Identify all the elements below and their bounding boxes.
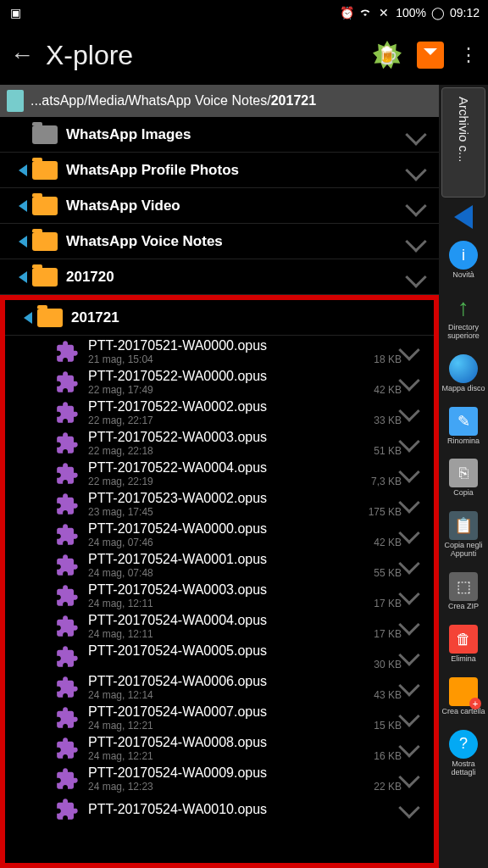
file-date: 24 mag, 12:21 [88, 750, 153, 762]
tool-label: Crea ZIP [448, 603, 479, 611]
file-date: 21 mag, 15:04 [88, 353, 153, 365]
file-row[interactable]: PTT-20170524-WA0008.opus24 mag, 12:2116 … [5, 732, 434, 763]
folder-row[interactable]: WhatsApp Voice Notes [0, 224, 439, 259]
file-name: PTT-20170524-WA0007.opus [88, 704, 427, 720]
file-name: PTT-20170524-WA0010.opus [88, 802, 427, 817]
file-name: PTT-20170524-WA0009.opus [88, 765, 427, 781]
file-size: 15 KB [374, 720, 402, 732]
file-name: PTT-20170522-WA0002.opus [88, 399, 427, 415]
opus-file-icon [56, 676, 80, 699]
status-bar: ▣ ⏰ ✕ 100% ◯ 09:12 [0, 0, 488, 25]
file-date: 24 mag, 12:23 [88, 781, 153, 793]
file-name: PTT-20170524-WA0006.opus [88, 674, 427, 689]
file-size: 16 KB [374, 750, 402, 762]
file-date: 23 mag, 17:45 [88, 506, 153, 518]
tool-label: Copia negli Appunti [441, 542, 486, 559]
tool-icon: ↑ [449, 293, 478, 322]
current-folder-row[interactable]: 201721 [5, 300, 434, 336]
tool-label: Directory superiore [441, 324, 486, 341]
tool-icon: ? [449, 730, 478, 759]
tool-label: Elimina [451, 655, 476, 664]
donate-icon[interactable]: 🍺 [373, 41, 402, 70]
tool-novità[interactable]: iNovità [439, 234, 488, 287]
file-row[interactable]: PTT-20170522-WA0003.opus22 mag, 22:1851 … [5, 427, 434, 458]
tool-mappa-disco[interactable]: Mappa disco [439, 348, 488, 400]
file-row[interactable]: PTT-20170524-WA0006.opus24 mag, 12:1443 … [5, 671, 434, 702]
folder-row[interactable]: WhatsApp Images [0, 117, 439, 153]
file-name: PTT-20170524-WA0005.opus [88, 643, 427, 659]
alarm-icon: ⏰ [340, 6, 353, 19]
tool-label: Rinomina [447, 437, 480, 446]
tool-label: Crea cartella [441, 708, 485, 716]
file-size: 33 KB [374, 415, 402, 426]
chevron-down-icon[interactable] [405, 195, 426, 216]
app-bar: ← X-plore 🍺 ⋮ [0, 25, 488, 85]
file-row[interactable]: PTT-20170523-WA0002.opus23 mag, 17:45175… [5, 488, 434, 519]
battery-icon: ◯ [431, 6, 445, 19]
file-row[interactable]: PTT-20170524-WA0010.opus [5, 793, 434, 824]
opus-file-icon [56, 370, 80, 394]
chevron-down-icon[interactable] [405, 124, 426, 145]
tree-expander-icon[interactable] [24, 312, 32, 324]
tool-icon: ⎘ [449, 459, 478, 487]
tool-label: Mappa disco [441, 385, 485, 393]
tab-label: Archivio c... [457, 97, 471, 163]
file-size: 175 KB [369, 506, 402, 518]
folder-row[interactable]: WhatsApp Profile Photos [0, 153, 439, 188]
file-row[interactable]: PTT-20170524-WA0000.opus24 mag, 07:4642 … [5, 519, 434, 549]
file-row[interactable]: PTT-20170524-WA0003.opus24 mag, 12:1117 … [5, 580, 434, 610]
tree-expander-icon[interactable] [19, 236, 27, 248]
breadcrumb[interactable]: ...atsApp/Media/WhatsApp Voice Notes/201… [0, 85, 439, 117]
chevron-down-icon[interactable] [405, 159, 426, 181]
file-row[interactable]: PTT-20170522-WA0004.opus22 mag, 22:197,3… [5, 458, 434, 488]
back-icon[interactable]: ← [10, 42, 34, 69]
folder-row[interactable]: WhatsApp Video [0, 188, 439, 224]
file-row[interactable]: PTT-20170522-WA0000.opus22 mag, 17:4942 … [5, 366, 434, 397]
tool-mostra-dettagli[interactable]: ?Mostra dettagli [439, 723, 488, 784]
bookmark-icon[interactable] [417, 42, 444, 69]
file-date: 24 mag, 07:48 [88, 567, 153, 579]
folder-icon [32, 197, 58, 215]
file-size: 55 KB [374, 567, 402, 579]
tool-crea-cartella[interactable]: Crea cartella [439, 670, 488, 723]
tool-directory-superiore[interactable]: ↑Directory superiore [439, 287, 488, 348]
chevron-down-icon[interactable] [405, 231, 426, 252]
tree-expander-icon[interactable] [19, 164, 27, 176]
file-row[interactable]: PTT-20170524-WA0004.opus24 mag, 12:1117 … [5, 610, 434, 641]
file-name: PTT-20170522-WA0003.opus [88, 430, 427, 445]
chevron-down-icon[interactable] [405, 266, 426, 287]
tool-crea-zip[interactable]: ⬚Crea ZIP [439, 565, 488, 618]
folder-name: 201720 [66, 269, 408, 286]
tree-expander-icon[interactable] [19, 200, 27, 212]
tool-icon: 📋 [449, 511, 478, 540]
tool-icon: ✎ [449, 407, 478, 436]
tool-elimina[interactable]: 🗑Elimina [439, 618, 488, 670]
tool-copia[interactable]: ⎘Copia [439, 452, 488, 504]
file-row[interactable]: PTT-20170522-WA0002.opus22 mag, 22:1733 … [5, 397, 434, 427]
file-date: 22 mag, 17:49 [88, 384, 153, 396]
file-row[interactable]: PTT-20170524-WA0005.opus30 KB [5, 641, 434, 671]
overflow-menu-icon[interactable]: ⋮ [459, 44, 478, 66]
file-size: 22 KB [374, 781, 402, 793]
opus-file-icon [56, 615, 80, 638]
file-size: 18 KB [374, 353, 402, 365]
file-size: 43 KB [374, 689, 402, 701]
tab-archive[interactable]: Archivio c... [441, 87, 485, 198]
file-row[interactable]: PTT-20170524-WA0007.opus24 mag, 12:2115 … [5, 702, 434, 732]
wifi-icon [358, 6, 372, 19]
tree-expander-icon[interactable] [19, 271, 27, 283]
file-size: 30 KB [374, 659, 402, 670]
tool-copia-negli-appunti[interactable]: 📋Copia negli Appunti [439, 504, 488, 565]
folder-row[interactable]: 201720 [0, 259, 439, 295]
file-name: PTT-20170522-WA0000.opus [88, 369, 427, 384]
clock: 09:12 [450, 6, 480, 19]
storage-icon [7, 90, 24, 112]
opus-file-icon [56, 431, 80, 455]
image-icon: ▣ [8, 6, 22, 19]
file-row[interactable]: PTT-20170524-WA0001.opus24 mag, 07:4855 … [5, 549, 434, 580]
file-row[interactable]: PTT-20170524-WA0009.opus24 mag, 12:2322 … [5, 763, 434, 793]
file-row[interactable]: PTT-20170521-WA0000.opus21 mag, 15:0418 … [5, 336, 434, 366]
opus-file-icon [56, 554, 80, 577]
tool-rinomina[interactable]: ✎Rinomina [439, 400, 488, 453]
tool-label: Novità [452, 271, 474, 280]
